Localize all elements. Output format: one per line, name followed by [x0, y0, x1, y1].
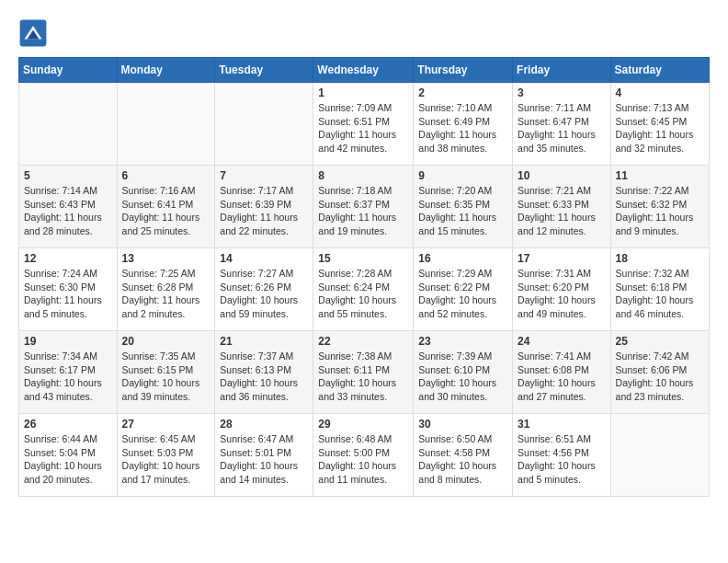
- calendar-cell: 30Sunrise: 6:50 AM Sunset: 4:58 PM Dayli…: [414, 414, 513, 497]
- day-number: 6: [122, 169, 210, 182]
- day-info: Sunrise: 7:14 AM Sunset: 6:43 PM Dayligh…: [24, 184, 112, 238]
- day-info: Sunrise: 7:31 AM Sunset: 6:20 PM Dayligh…: [518, 267, 606, 321]
- weekday-header-saturday: Saturday: [610, 58, 709, 83]
- day-number: 14: [220, 252, 308, 265]
- weekday-header-friday: Friday: [513, 58, 611, 83]
- day-info: Sunrise: 7:34 AM Sunset: 6:17 PM Dayligh…: [24, 350, 112, 404]
- calendar-cell: 29Sunrise: 6:48 AM Sunset: 5:00 PM Dayli…: [313, 414, 414, 497]
- calendar-cell: [610, 414, 709, 497]
- calendar-cell: 14Sunrise: 7:27 AM Sunset: 6:26 PM Dayli…: [215, 248, 313, 331]
- day-info: Sunrise: 7:10 AM Sunset: 6:49 PM Dayligh…: [418, 101, 507, 155]
- calendar-cell: 15Sunrise: 7:28 AM Sunset: 6:24 PM Dayli…: [313, 248, 414, 331]
- calendar-cell: 26Sunrise: 6:44 AM Sunset: 5:04 PM Dayli…: [19, 414, 118, 497]
- day-number: 17: [518, 252, 606, 265]
- day-info: Sunrise: 7:29 AM Sunset: 6:22 PM Dayligh…: [418, 267, 507, 321]
- calendar-cell: 31Sunrise: 6:51 AM Sunset: 4:56 PM Dayli…: [513, 414, 611, 497]
- calendar-cell: 18Sunrise: 7:32 AM Sunset: 6:18 PM Dayli…: [610, 248, 709, 331]
- day-info: Sunrise: 6:50 AM Sunset: 4:58 PM Dayligh…: [418, 432, 507, 487]
- day-number: 1: [318, 86, 408, 99]
- day-info: Sunrise: 7:09 AM Sunset: 6:51 PM Dayligh…: [318, 101, 408, 155]
- day-number: 16: [418, 252, 507, 265]
- day-info: Sunrise: 7:13 AM Sunset: 6:45 PM Dayligh…: [616, 101, 704, 155]
- calendar-cell: 24Sunrise: 7:41 AM Sunset: 6:08 PM Dayli…: [513, 331, 611, 414]
- day-number: 3: [518, 86, 606, 99]
- day-number: 24: [518, 335, 606, 348]
- day-info: Sunrise: 7:27 AM Sunset: 6:26 PM Dayligh…: [220, 267, 308, 321]
- calendar-cell: 20Sunrise: 7:35 AM Sunset: 6:15 PM Dayli…: [117, 331, 215, 414]
- calendar-cell: [215, 83, 313, 166]
- day-info: Sunrise: 7:20 AM Sunset: 6:35 PM Dayligh…: [418, 184, 507, 238]
- logo-icon: [18, 18, 48, 48]
- day-info: Sunrise: 7:25 AM Sunset: 6:28 PM Dayligh…: [122, 267, 210, 321]
- logo: [18, 18, 53, 48]
- day-info: Sunrise: 6:51 AM Sunset: 4:56 PM Dayligh…: [518, 432, 606, 487]
- calendar-cell: 27Sunrise: 6:45 AM Sunset: 5:03 PM Dayli…: [117, 414, 215, 497]
- calendar-cell: 13Sunrise: 7:25 AM Sunset: 6:28 PM Dayli…: [117, 248, 215, 331]
- weekday-header-wednesday: Wednesday: [313, 58, 414, 83]
- day-number: 12: [24, 252, 112, 265]
- calendar-cell: 7Sunrise: 7:17 AM Sunset: 6:39 PM Daylig…: [215, 166, 313, 248]
- calendar-cell: 11Sunrise: 7:22 AM Sunset: 6:32 PM Dayli…: [610, 166, 709, 248]
- day-number: 8: [318, 169, 408, 182]
- day-number: 31: [518, 418, 606, 431]
- calendar-cell: 23Sunrise: 7:39 AM Sunset: 6:10 PM Dayli…: [414, 331, 513, 414]
- calendar-cell: 25Sunrise: 7:42 AM Sunset: 6:06 PM Dayli…: [610, 331, 709, 414]
- calendar-header-row: SundayMondayTuesdayWednesdayThursdayFrid…: [19, 58, 710, 83]
- calendar-cell: 22Sunrise: 7:38 AM Sunset: 6:11 PM Dayli…: [313, 331, 414, 414]
- calendar-cell: 6Sunrise: 7:16 AM Sunset: 6:41 PM Daylig…: [117, 166, 215, 248]
- day-number: 19: [24, 335, 112, 348]
- page-header: [18, 18, 710, 48]
- day-info: Sunrise: 7:16 AM Sunset: 6:41 PM Dayligh…: [122, 184, 210, 238]
- calendar-body: 1Sunrise: 7:09 AM Sunset: 6:51 PM Daylig…: [19, 83, 710, 497]
- day-number: 11: [616, 169, 704, 182]
- calendar-cell: 4Sunrise: 7:13 AM Sunset: 6:45 PM Daylig…: [610, 83, 709, 166]
- day-number: 28: [220, 418, 308, 431]
- day-info: Sunrise: 7:38 AM Sunset: 6:11 PM Dayligh…: [318, 350, 408, 404]
- day-info: Sunrise: 7:22 AM Sunset: 6:32 PM Dayligh…: [616, 184, 704, 238]
- day-number: 29: [318, 418, 408, 431]
- day-number: 20: [122, 335, 210, 348]
- calendar-cell: [117, 83, 215, 166]
- day-number: 10: [518, 169, 606, 182]
- day-number: 21: [220, 335, 308, 348]
- calendar-cell: 2Sunrise: 7:10 AM Sunset: 6:49 PM Daylig…: [414, 83, 513, 166]
- calendar-cell: 12Sunrise: 7:24 AM Sunset: 6:30 PM Dayli…: [19, 248, 118, 331]
- day-number: 27: [122, 418, 210, 431]
- day-info: Sunrise: 7:37 AM Sunset: 6:13 PM Dayligh…: [220, 350, 308, 404]
- calendar-cell: 8Sunrise: 7:18 AM Sunset: 6:37 PM Daylig…: [313, 166, 414, 248]
- day-info: Sunrise: 7:35 AM Sunset: 6:15 PM Dayligh…: [122, 350, 210, 404]
- day-number: 15: [318, 252, 408, 265]
- calendar-cell: 21Sunrise: 7:37 AM Sunset: 6:13 PM Dayli…: [215, 331, 313, 414]
- day-info: Sunrise: 7:39 AM Sunset: 6:10 PM Dayligh…: [418, 350, 507, 404]
- calendar-week-1: 5Sunrise: 7:14 AM Sunset: 6:43 PM Daylig…: [19, 166, 710, 248]
- calendar-cell: 1Sunrise: 7:09 AM Sunset: 6:51 PM Daylig…: [313, 83, 414, 166]
- day-info: Sunrise: 7:24 AM Sunset: 6:30 PM Dayligh…: [24, 267, 112, 321]
- day-number: 30: [418, 418, 507, 431]
- day-number: 18: [616, 252, 704, 265]
- day-info: Sunrise: 7:17 AM Sunset: 6:39 PM Dayligh…: [220, 184, 308, 238]
- calendar-table: SundayMondayTuesdayWednesdayThursdayFrid…: [18, 57, 710, 497]
- day-number: 9: [418, 169, 507, 182]
- day-info: Sunrise: 7:11 AM Sunset: 6:47 PM Dayligh…: [518, 101, 606, 155]
- weekday-header-sunday: Sunday: [19, 58, 118, 83]
- calendar-cell: 17Sunrise: 7:31 AM Sunset: 6:20 PM Dayli…: [513, 248, 611, 331]
- day-info: Sunrise: 7:18 AM Sunset: 6:37 PM Dayligh…: [318, 184, 408, 238]
- day-info: Sunrise: 7:32 AM Sunset: 6:18 PM Dayligh…: [616, 267, 704, 321]
- day-info: Sunrise: 7:42 AM Sunset: 6:06 PM Dayligh…: [616, 350, 704, 404]
- calendar-cell: 28Sunrise: 6:47 AM Sunset: 5:01 PM Dayli…: [215, 414, 313, 497]
- weekday-header-tuesday: Tuesday: [215, 58, 313, 83]
- day-info: Sunrise: 7:28 AM Sunset: 6:24 PM Dayligh…: [318, 267, 408, 321]
- calendar-cell: 9Sunrise: 7:20 AM Sunset: 6:35 PM Daylig…: [414, 166, 513, 248]
- day-number: 23: [418, 335, 507, 348]
- calendar-week-4: 26Sunrise: 6:44 AM Sunset: 5:04 PM Dayli…: [19, 414, 710, 497]
- calendar-cell: 10Sunrise: 7:21 AM Sunset: 6:33 PM Dayli…: [513, 166, 611, 248]
- day-number: 4: [616, 86, 704, 99]
- day-number: 25: [616, 335, 704, 348]
- day-info: Sunrise: 6:47 AM Sunset: 5:01 PM Dayligh…: [220, 432, 308, 487]
- day-info: Sunrise: 7:21 AM Sunset: 6:33 PM Dayligh…: [518, 184, 606, 238]
- day-number: 5: [24, 169, 112, 182]
- calendar-cell: 3Sunrise: 7:11 AM Sunset: 6:47 PM Daylig…: [513, 83, 611, 166]
- day-number: 2: [418, 86, 507, 99]
- calendar-cell: [19, 83, 118, 166]
- day-info: Sunrise: 6:48 AM Sunset: 5:00 PM Dayligh…: [318, 432, 408, 487]
